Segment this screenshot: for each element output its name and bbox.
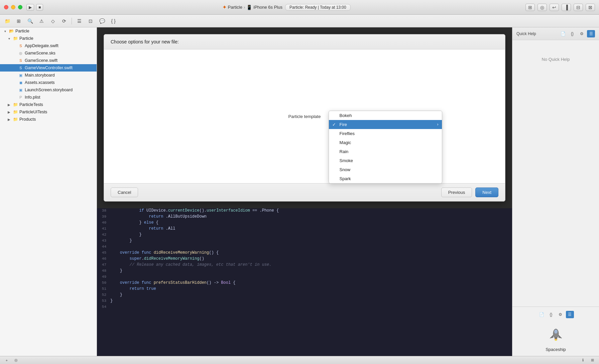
sidebar-item-particletests[interactable]: ▶ 📁 ParticleTests xyxy=(0,101,97,108)
hierarchy-btn[interactable]: ⊡ xyxy=(86,17,95,25)
tab-attributes[interactable]: ☰ xyxy=(587,30,595,37)
bookmark-btn[interactable]: ◇ xyxy=(48,17,57,25)
sidebar-item-assets[interactable]: ▾ ◼ Assets.xcassets xyxy=(0,79,97,86)
dropdown-item-fire[interactable]: ✓ Fire › xyxy=(329,120,442,129)
storyboard-icon: ▣ xyxy=(18,73,23,78)
filter-btn[interactable]: ⊞ xyxy=(14,17,23,25)
bottom-bar: + ◎ ℹ ⊞ xyxy=(0,356,599,364)
title-bar: ▶ ■ ✦ Particle › 📱 iPhone 6s Plus Partic… xyxy=(0,0,599,15)
sidebar-item-gamescene-swift[interactable]: ▾ S GameScene.swift xyxy=(0,57,97,64)
minimize-button[interactable] xyxy=(11,5,15,9)
dropdown-item-fireflies[interactable]: Fireflies xyxy=(329,129,442,138)
main-layout: ▾ 📂 Particle ▾ 📁 Particle ▾ S AppDelegat… xyxy=(0,27,599,356)
cancel-button[interactable]: Cancel xyxy=(111,188,138,197)
title-center: ✦ Particle › 📱 iPhone 6s Plus Particle: … xyxy=(47,4,525,11)
inspector-header: Quick Help 📄 {} ⚙ ☰ xyxy=(512,27,599,40)
code-line-53: 53 } xyxy=(97,298,512,305)
sidebar-toggle-btn[interactable]: ▐ xyxy=(562,4,571,11)
dropdown-item-spark[interactable]: Spark xyxy=(329,174,442,183)
sidebar-item-info-plist[interactable]: ▾ P Info.plist xyxy=(0,94,97,101)
grid-view-btn[interactable]: ⊞ xyxy=(525,4,535,11)
dropdown-item-snow[interactable]: Snow xyxy=(329,165,442,174)
inspector-bottom-tabs: 📄 {} ⚙ ☰ xyxy=(538,311,574,318)
list-btn[interactable]: ☰ xyxy=(75,17,84,25)
inspector-body: No Quick Help xyxy=(512,40,599,307)
particle-template-row: Particle template Bokeh ✓ Fire › xyxy=(288,114,321,119)
particle-template-dropdown[interactable]: Bokeh ✓ Fire › Fireflies Magic xyxy=(329,111,442,184)
bottom-tab-attributes[interactable]: ☰ xyxy=(566,311,574,318)
disclosure-icon-4: ▶ xyxy=(7,117,11,122)
sidebar-item-root-particle[interactable]: ▾ 📂 Particle xyxy=(0,27,97,35)
no-disclosure: ▾ xyxy=(12,73,17,78)
no-disclosure: ▾ xyxy=(12,88,17,92)
no-disclosure: ▾ xyxy=(12,95,17,100)
grid-btn[interactable]: ⊞ xyxy=(589,357,596,363)
storyboard-icon-2: ▣ xyxy=(18,87,23,93)
dropdown-item-magic[interactable]: Magic xyxy=(329,138,442,147)
folder-btn[interactable]: 📁 xyxy=(3,17,12,25)
close-button[interactable] xyxy=(4,5,8,9)
sidebar: ▾ 📂 Particle ▾ 📁 Particle ▾ S AppDelegat… xyxy=(0,27,97,356)
sidebar-launchscreen-label: LaunchScreen.storyboard xyxy=(25,88,73,92)
stop-button[interactable]: ■ xyxy=(36,4,43,11)
maximize-button[interactable] xyxy=(18,5,22,9)
sidebar-appdelegate-label: AppDelegate.swift xyxy=(25,43,58,48)
code-line-38: 38 if UIDevice.currentDevice().userInter… xyxy=(97,208,512,214)
history-btn[interactable]: ⟳ xyxy=(59,17,69,25)
bottom-tab-quick[interactable]: {} xyxy=(547,311,555,318)
filter-bottom-btn[interactable]: ◎ xyxy=(13,357,19,363)
smoke-label: Smoke xyxy=(340,158,353,163)
check-icon: ✓ xyxy=(332,122,336,127)
add-btn[interactable]: + xyxy=(3,357,10,363)
previous-button[interactable]: Previous xyxy=(441,188,472,197)
sidebar-item-particle-group[interactable]: ▾ 📁 Particle xyxy=(0,35,97,42)
quick-help-title: Quick Help xyxy=(516,31,536,36)
sidebar-root-label: Particle xyxy=(15,29,29,33)
comment-btn[interactable]: 💬 xyxy=(97,17,107,25)
next-button[interactable]: Next xyxy=(475,188,498,197)
dialog-header: Choose options for your new file: xyxy=(104,34,505,49)
svg-marker-2 xyxy=(550,335,553,338)
alert-btn[interactable]: ⚠ xyxy=(37,17,46,25)
traffic-lights xyxy=(4,5,22,9)
swift-file-icon-3: S xyxy=(18,65,23,71)
code-btn[interactable]: { } xyxy=(109,17,118,25)
code-editor: 38 if UIDevice.currentDevice().userInter… xyxy=(97,208,512,356)
code-line-49: 49 xyxy=(97,274,512,280)
play-button[interactable]: ▶ xyxy=(26,4,34,11)
sidebar-item-launchscreen[interactable]: ▾ ▣ LaunchScreen.storyboard xyxy=(0,86,97,94)
sidebar-particleuitests-label: ParticleUITests xyxy=(19,110,47,114)
view-toggle-btn[interactable]: ⊟ xyxy=(574,4,583,11)
disclosure-icon-3: ▶ xyxy=(7,110,11,114)
wifi-btn[interactable]: ◎ xyxy=(537,4,547,11)
sidebar-item-main-storyboard[interactable]: ▾ ▣ Main.storyboard xyxy=(0,72,97,79)
sidebar-item-appdelegate[interactable]: ▾ S AppDelegate.swift xyxy=(0,42,97,49)
code-line-52: 52 } xyxy=(97,292,512,298)
sidebar-item-gamescene-sks[interactable]: ▾ ◎ GameScene.sks xyxy=(0,49,97,57)
layout-btn[interactable]: ⊠ xyxy=(586,4,595,11)
bottom-tab-identity[interactable]: ⚙ xyxy=(557,311,565,318)
dialog-title: Choose options for your new file: xyxy=(111,39,179,44)
dialog-body: Particle template Bokeh ✓ Fire › xyxy=(104,49,505,183)
no-disclosure: ▾ xyxy=(12,51,17,55)
sidebar-info-plist-label: Info.plist xyxy=(25,95,40,100)
spaceship-icon xyxy=(546,324,566,344)
code-line-40: 40 } else { xyxy=(97,220,512,226)
magic-label: Magic xyxy=(340,140,351,145)
tab-quick-help[interactable]: {} xyxy=(568,30,576,37)
search-btn[interactable]: 🔍 xyxy=(25,17,35,25)
dropdown-item-bokeh[interactable]: Bokeh xyxy=(329,111,442,120)
dropdown-item-rain[interactable]: Rain xyxy=(329,147,442,156)
sidebar-item-products[interactable]: ▶ 📁 Products xyxy=(0,116,97,123)
swift-file-icon: S xyxy=(18,43,23,48)
sidebar-item-gameviewcontroller[interactable]: ▾ S GameViewController.swift xyxy=(0,64,97,72)
info-btn[interactable]: ℹ xyxy=(580,357,586,363)
back-btn[interactable]: ↩ xyxy=(550,4,559,11)
bottom-tab-file[interactable]: 📄 xyxy=(538,311,546,318)
tab-identity[interactable]: ⚙ xyxy=(578,30,586,37)
dropdown-item-smoke[interactable]: Smoke xyxy=(329,156,442,165)
sidebar-item-particleuitests[interactable]: ▶ 📁 ParticleUITests xyxy=(0,108,97,116)
code-line-46: 46 super.didReceiveMemoryWarning() xyxy=(97,256,512,262)
fireflies-label: Fireflies xyxy=(340,131,355,136)
tab-file-inspector[interactable]: 📄 xyxy=(559,30,567,37)
